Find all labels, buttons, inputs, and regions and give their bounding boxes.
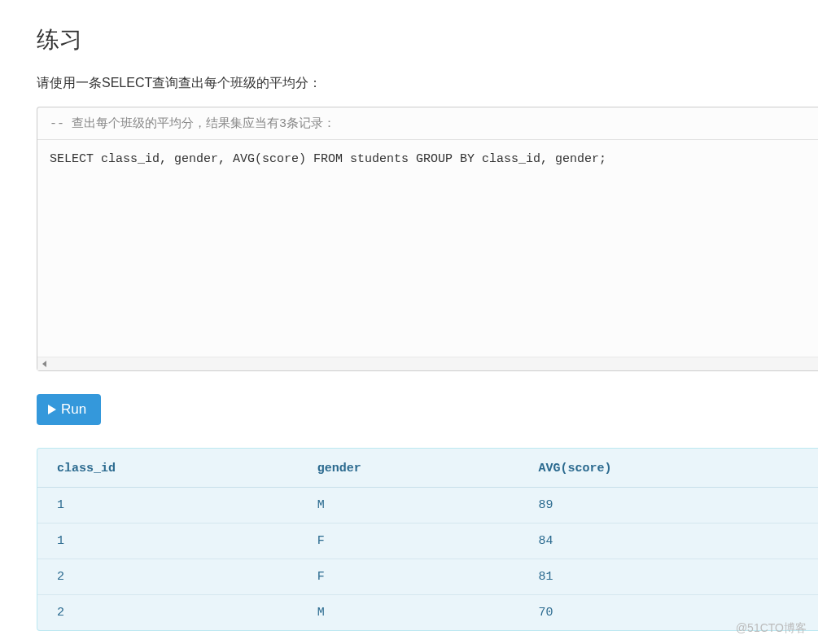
column-header: class_id: [37, 449, 298, 488]
code-comment: -- 查出每个班级的平均分，结果集应当有3条记录：: [37, 107, 818, 140]
play-icon: [48, 405, 56, 414]
table-row: 2 F 81: [37, 559, 818, 595]
table-cell: 84: [518, 524, 818, 559]
editor-scrollbar[interactable]: [37, 357, 818, 370]
code-editor[interactable]: -- 查出每个班级的平均分，结果集应当有3条记录： SELECT class_i…: [37, 107, 818, 371]
exercise-description: 请使用一条SELECT查询查出每个班级的平均分：: [37, 75, 818, 92]
column-header: AVG(score): [518, 449, 818, 488]
table-cell: 81: [518, 559, 818, 595]
table-row: 2 M 70: [37, 595, 818, 631]
table-row: 1 F 84: [37, 524, 818, 559]
code-sql[interactable]: SELECT class_id, gender, AVG(score) FROM…: [37, 140, 818, 350]
table-cell: 89: [518, 488, 818, 524]
table-cell: M: [298, 488, 519, 524]
table-cell: 1: [37, 488, 298, 524]
scroll-left-icon: [42, 361, 46, 367]
table-cell: F: [298, 559, 519, 595]
table-cell: 1: [37, 524, 298, 559]
table-header-row: class_id gender AVG(score): [37, 449, 818, 488]
table-cell: M: [298, 595, 519, 631]
run-button-label: Run: [61, 401, 86, 418]
result-table: class_id gender AVG(score) 1 M 89 1 F 84…: [37, 449, 818, 630]
result-panel: class_id gender AVG(score) 1 M 89 1 F 84…: [37, 448, 818, 631]
column-header: gender: [298, 449, 519, 488]
table-cell: 2: [37, 595, 298, 631]
table-cell: F: [298, 524, 519, 559]
exercise-heading: 练习: [37, 24, 818, 55]
table-row: 1 M 89: [37, 488, 818, 524]
table-cell: 2: [37, 559, 298, 595]
watermark: @51CTO博客: [736, 621, 807, 636]
run-button[interactable]: Run: [37, 394, 101, 425]
